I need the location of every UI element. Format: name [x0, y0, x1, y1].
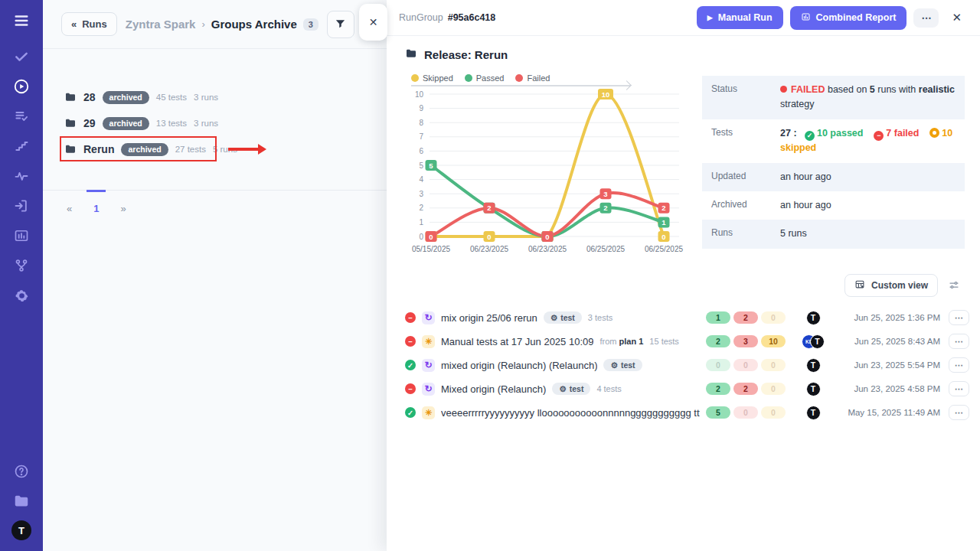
group-row-rerun[interactable]: Rerunarchived27 tests5 runs: [43, 136, 387, 162]
user-avatar[interactable]: T: [11, 520, 31, 540]
filter-button[interactable]: [327, 11, 354, 38]
detail-more-button[interactable]: ⋯: [913, 8, 939, 28]
passed-count-pill: 2: [706, 383, 730, 395]
play-circle-icon: [13, 78, 30, 95]
run-avatars: KET: [790, 334, 836, 349]
group-tests-count: 45 tests: [156, 93, 187, 102]
svg-text:06/23/2025: 06/23/2025: [528, 245, 567, 253]
pagination-next-button[interactable]: »: [112, 200, 134, 217]
run-more-button[interactable]: ⋯: [949, 334, 969, 349]
group-row-29[interactable]: 29archived13 tests3 runs: [43, 110, 387, 136]
run-timestamp: Jun 25, 2025 1:36 PM: [836, 313, 940, 322]
run-more-button[interactable]: ⋯: [949, 405, 969, 420]
status-strategy: realistic: [919, 84, 955, 95]
failed-minus-icon: −: [874, 131, 884, 141]
run-row[interactable]: −✳Manual tests at 17 Jun 2025 10:09from …: [405, 330, 969, 354]
avatar[interactable]: T: [806, 382, 821, 396]
run-row[interactable]: −↻Mixed origin (Relaunch)⚙test4 tests220…: [405, 377, 969, 401]
breadcrumb-project[interactable]: Zyntra Spark: [126, 18, 196, 31]
branch-icon: [14, 258, 29, 273]
trend-chart: SkippedPassedFailed 01234567891005/15/20…: [403, 67, 691, 258]
svg-text:06/23/2025: 06/23/2025: [470, 245, 508, 253]
import-icon: [14, 198, 29, 214]
gear-icon: ⚙: [610, 360, 617, 370]
automated-run-icon: ↻: [422, 383, 435, 396]
sidebar-item-branches[interactable]: [10, 255, 33, 276]
rungroup-title: Release: Rerun: [387, 36, 980, 64]
pagination-page-1[interactable]: 1: [85, 200, 107, 217]
sliders-icon[interactable]: [948, 279, 960, 291]
group-name: 28: [83, 91, 96, 103]
run-row[interactable]: −↻mix origin 25/06 rerun⚙test3 tests120T…: [405, 306, 969, 330]
status-state: FAILED: [791, 84, 825, 95]
run-more-button[interactable]: ⋯: [949, 310, 969, 325]
avatar[interactable]: T: [810, 334, 825, 349]
result-pills: 500: [706, 406, 786, 419]
avatar[interactable]: T: [806, 311, 821, 325]
back-to-runs-button[interactable]: « Runs: [61, 12, 117, 36]
avatar[interactable]: T: [806, 406, 821, 420]
svg-text:7: 7: [419, 132, 423, 141]
chevrons-left-icon: «: [71, 18, 77, 30]
svg-text:2: 2: [487, 204, 491, 212]
group-runs-count: 5 runs: [213, 145, 237, 154]
combined-report-button[interactable]: Combined Report: [790, 6, 907, 30]
run-row-right: 000TJun 23, 2025 5:54 PM⋯: [706, 357, 969, 373]
legend-item-skipped[interactable]: Skipped: [411, 73, 453, 83]
projects-button[interactable]: [10, 491, 33, 512]
passed-status-icon: ✓: [405, 360, 416, 370]
sidebar-item-runs[interactable]: [10, 76, 33, 97]
svg-text:9: 9: [419, 104, 423, 112]
sidebar-item-steps[interactable]: [10, 135, 33, 157]
menu-button[interactable]: [10, 10, 33, 31]
info-row-runs: Runs 5 runs: [702, 220, 965, 248]
sidebar-item-pulse[interactable]: [10, 165, 33, 187]
info-row-tests: Tests 27 : ✓10 passed −7 failed 10 skipp…: [702, 119, 965, 163]
detail-close-button[interactable]: ✕: [946, 8, 968, 28]
panel-close-button[interactable]: ✕: [359, 4, 387, 41]
left-panel-topbar: « Runs Zyntra Spark › Groups Archive 3: [43, 0, 387, 49]
legend-item-passed[interactable]: Passed: [465, 73, 505, 83]
custom-view-button[interactable]: Custom view: [844, 274, 938, 297]
sidebar-item-tests[interactable]: [10, 46, 33, 67]
check-icon: [14, 49, 29, 64]
status-value: FAILED based on 5 runs with realistic st…: [780, 83, 956, 112]
sidebar-item-suites[interactable]: [10, 106, 33, 127]
sidebar-item-analytics[interactable]: [10, 225, 33, 246]
runs-toolbar: Custom view: [387, 258, 980, 302]
skipped-count-pill: 0: [761, 359, 786, 371]
group-name: 29: [83, 117, 96, 129]
sidebar-item-settings[interactable]: [10, 285, 33, 306]
folder-icon: [13, 493, 30, 510]
chart-legend: SkippedPassedFailed: [403, 67, 691, 83]
failed-status-icon: −: [405, 312, 416, 323]
legend-item-failed[interactable]: Failed: [515, 73, 550, 83]
pagination-prev-button[interactable]: «: [58, 200, 80, 217]
play-icon: ▶: [707, 14, 713, 21]
group-row-28[interactable]: 28archived45 tests3 runs: [43, 84, 387, 110]
run-title: mix origin 25/06 rerun: [441, 312, 537, 324]
activity-icon: [14, 168, 29, 184]
archived-badge: archived: [121, 143, 168, 156]
run-tag-badge: ⚙test: [603, 359, 642, 371]
failed-count-pill: 0: [733, 359, 758, 371]
plan-link[interactable]: plan 1: [619, 337, 644, 346]
folder-icon: [64, 91, 77, 103]
manual-run-button[interactable]: ▶ Manual Run: [697, 6, 783, 29]
sidebar-item-import[interactable]: [10, 195, 33, 217]
info-row-archived: Archived an hour ago: [702, 191, 965, 220]
svg-text:0: 0: [487, 232, 491, 240]
breadcrumb-page-title: Groups Archive: [211, 18, 297, 31]
run-from-plan: from plan 1: [599, 337, 643, 346]
avatar[interactable]: T: [806, 358, 821, 373]
hamburger-icon: [13, 12, 30, 29]
run-row[interactable]: ✓✳veeeerrrrryyyyyyyyyy llooooooooooonnnn…: [405, 401, 969, 425]
run-row[interactable]: ✓↻mixed origin (Relaunch) (Relaunch)⚙tes…: [405, 354, 969, 377]
info-label: Archived: [711, 198, 780, 213]
entity-type-label: RunGroup: [399, 12, 443, 23]
updated-value: an hour ago: [780, 170, 831, 184]
help-button[interactable]: [10, 461, 33, 482]
run-more-button[interactable]: ⋯: [949, 381, 969, 396]
run-more-button[interactable]: ⋯: [949, 357, 969, 373]
run-title: Manual tests at 17 Jun 2025 10:09: [441, 336, 593, 347]
